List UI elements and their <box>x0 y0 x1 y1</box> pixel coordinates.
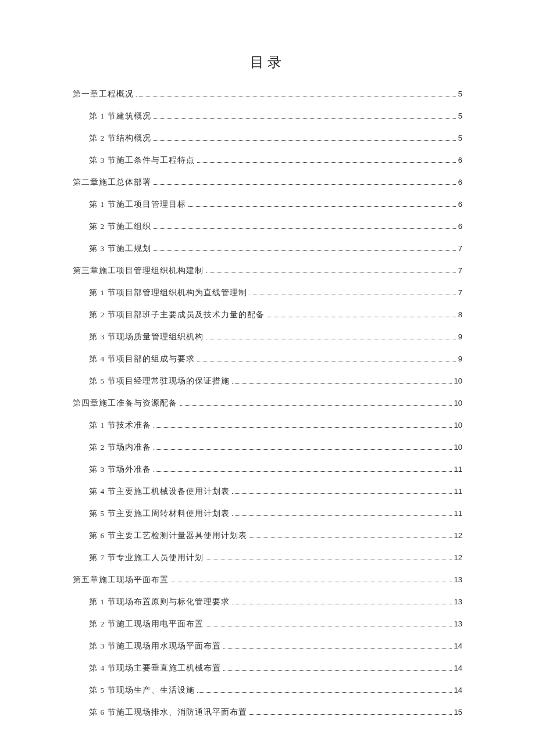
toc-entry: 第 1 节建筑概况5 <box>89 112 462 120</box>
toc-leader-dots <box>154 250 456 251</box>
toc-label: 第 3 节场外准备 <box>89 465 151 474</box>
toc-label: 第 3 节现场质量管理组织机构 <box>89 333 204 341</box>
toc-entry: 第 4 节现场主要垂直施工机械布置14 <box>89 664 462 672</box>
toc-label: 第 2 节场内准备 <box>89 443 151 452</box>
toc-page-number: 11 <box>454 488 462 495</box>
toc-page-number: 14 <box>454 686 462 694</box>
toc-leader-dots <box>249 714 452 715</box>
toc-entry: 第三章施工项目管理组织机构建制7 <box>73 267 462 275</box>
toc-label: 第 4 节项目部的组成与要求 <box>89 355 195 363</box>
toc-leader-dots <box>206 273 456 273</box>
toc-entry: 第 7 节专业施工人员使用计划12 <box>89 554 462 562</box>
toc-page-number: 6 <box>458 156 462 164</box>
toc-leader-dots <box>232 493 452 494</box>
toc-entry: 第四章施工准备与资源配备10 <box>73 399 462 407</box>
toc-entry: 第 1 节技术准备10 <box>89 421 462 429</box>
toc-leader-dots <box>249 295 456 295</box>
toc-entry: 第 1 节项目部管理组织机构为直线管理制7 <box>89 289 462 297</box>
toc-page-number: 9 <box>458 333 462 341</box>
toc-entry: 第 2 节场内准备10 <box>89 443 462 452</box>
toc-page-number: 8 <box>458 311 462 318</box>
toc-page-number: 5 <box>458 112 462 120</box>
toc-entry: 第二章施工总体部署6 <box>73 178 462 187</box>
toc-entry: 第 1 节施工项目管理目标6 <box>89 200 462 209</box>
toc-label: 第 1 节施工项目管理目标 <box>89 200 186 209</box>
toc-leader-dots <box>206 560 452 560</box>
toc-page-number: 14 <box>454 642 462 650</box>
toc-leader-dots <box>197 361 456 361</box>
toc-entry: 第 6 节施工现场排水、消防通讯平面布置15 <box>89 708 462 716</box>
toc-entry: 第 2 节施工组织6 <box>89 223 462 231</box>
toc-label: 第 5 节项目经理常驻现场的保证措施 <box>89 377 230 385</box>
page-container: 目录 第一章工程概况5第 1 节建筑概况5第 2 节结构概况5第 3 节施工条件… <box>0 0 535 754</box>
toc-page-number: 13 <box>454 576 462 583</box>
toc-label: 第 6 节施工现场排水、消防通讯平面布置 <box>89 708 247 716</box>
toc-entry: 第 5 节项目经理常驻现场的保证措施10 <box>89 377 462 385</box>
toc-entry: 第 2 节项目部班子主要成员及技术力量的配备8 <box>89 311 462 319</box>
toc-leader-dots <box>267 317 456 317</box>
toc-label: 第 1 节项目部管理组织机构为直线管理制 <box>89 289 247 297</box>
toc-label: 第一章工程概况 <box>73 90 134 98</box>
toc-label: 第 5 节主要施工周转材料使用计划表 <box>89 510 230 518</box>
toc-label: 第二章施工总体部署 <box>73 178 151 187</box>
toc-page-number: 6 <box>458 200 462 208</box>
toc-page-number: 11 <box>454 510 462 517</box>
toc-page-number: 7 <box>458 267 462 274</box>
toc-leader-dots <box>180 405 452 406</box>
table-of-contents: 第一章工程概况5第 1 节建筑概况5第 2 节结构概况5第 3 节施工条件与工程… <box>73 90 462 716</box>
toc-label: 第 2 节项目部班子主要成员及技术力量的配备 <box>89 311 265 319</box>
toc-leader-dots <box>154 118 456 119</box>
toc-label: 第五章施工现场平面布置 <box>73 576 169 584</box>
toc-leader-dots <box>232 604 452 604</box>
page-title: 目录 <box>73 53 462 71</box>
toc-page-number: 10 <box>454 443 462 451</box>
toc-page-number: 5 <box>458 90 462 98</box>
toc-leader-dots <box>154 471 452 472</box>
toc-label: 第 3 节施工规划 <box>89 245 151 253</box>
toc-entry: 第 5 节主要施工周转材料使用计划表11 <box>89 510 462 518</box>
toc-label: 第 4 节现场主要垂直施工机械布置 <box>89 664 221 672</box>
toc-entry: 第 6 节主要工艺检测计量器具使用计划表12 <box>89 532 462 540</box>
toc-entry: 第 3 节施工规划7 <box>89 245 462 253</box>
toc-leader-dots <box>154 184 456 185</box>
toc-label: 第 1 节现场布置原则与标化管理要求 <box>89 598 230 606</box>
toc-page-number: 6 <box>458 178 462 186</box>
toc-leader-dots <box>206 339 456 339</box>
toc-entry: 第 3 节现场质量管理组织机构9 <box>89 333 462 341</box>
toc-page-number: 5 <box>458 134 462 142</box>
toc-label: 第 2 节施工组织 <box>89 223 151 231</box>
toc-page-number: 14 <box>454 664 462 672</box>
toc-leader-dots <box>232 383 452 384</box>
toc-page-number: 6 <box>458 223 462 230</box>
toc-entry: 第 3 节施工现场用水现场平面布置14 <box>89 642 462 650</box>
toc-leader-dots <box>171 582 452 582</box>
toc-label: 第 1 节建筑概况 <box>89 112 151 120</box>
toc-label: 第三章施工项目管理组织机构建制 <box>73 267 204 275</box>
toc-page-number: 10 <box>454 377 462 385</box>
toc-page-number: 9 <box>458 355 462 363</box>
toc-page-number: 7 <box>458 289 462 296</box>
toc-leader-dots <box>154 228 456 229</box>
toc-entry: 第五章施工现场平面布置13 <box>73 576 462 584</box>
toc-leader-dots <box>188 206 456 207</box>
toc-page-number: 12 <box>454 554 462 561</box>
toc-page-number: 10 <box>454 421 462 429</box>
toc-page-number: 13 <box>454 620 462 628</box>
toc-leader-dots <box>232 515 452 516</box>
toc-label: 第 6 节主要工艺检测计量器具使用计划表 <box>89 532 247 540</box>
toc-page-number: 11 <box>454 465 462 473</box>
toc-label: 第 4 节主要施工机械设备使用计划表 <box>89 488 230 496</box>
toc-leader-dots <box>154 140 456 141</box>
toc-leader-dots <box>249 538 452 538</box>
toc-leader-dots <box>197 692 452 693</box>
toc-leader-dots <box>154 449 452 450</box>
toc-label: 第 3 节施工条件与工程特点 <box>89 156 195 164</box>
toc-leader-dots <box>223 648 452 648</box>
toc-leader-dots <box>136 96 456 96</box>
toc-label: 第 2 节施工现场用电平面布置 <box>89 620 204 628</box>
toc-leader-dots <box>223 670 452 671</box>
toc-page-number: 15 <box>454 708 462 716</box>
toc-entry: 第一章工程概况5 <box>73 90 462 98</box>
toc-entry: 第 4 节主要施工机械设备使用计划表11 <box>89 488 462 496</box>
toc-label: 第 2 节结构概况 <box>89 134 151 142</box>
